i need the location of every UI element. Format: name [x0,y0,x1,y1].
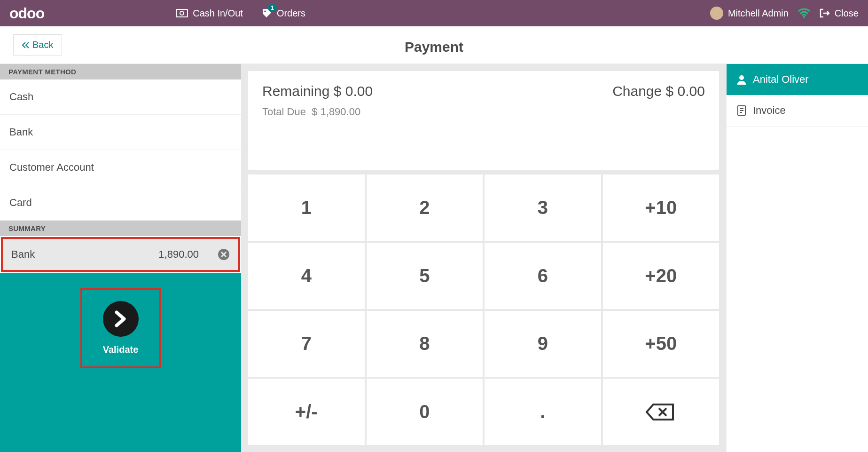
numpad-5[interactable]: 5 [367,243,483,309]
middle-column: Remaining $ 0.00 Change $ 0.00 Total Due… [241,64,726,452]
svg-point-5 [739,75,744,80]
status-top: Remaining $ 0.00 Change $ 0.00 [262,83,705,99]
payment-method-bank[interactable]: Bank [0,115,241,150]
summary-delete-button[interactable] [218,248,230,261]
orders-button[interactable]: 1 Orders [262,8,305,19]
numpad-9[interactable]: 9 [485,311,601,377]
numpad-7[interactable]: 7 [248,311,365,377]
numpad-1[interactable]: 1 [248,174,365,241]
numpad-dot[interactable]: . [485,379,601,445]
cash-in-out-button[interactable]: Cash In/Out [176,8,243,19]
topbar-actions: Cash In/Out 1 Orders [176,8,305,19]
payment-method-header: PAYMENT METHOD [0,64,241,79]
orders-badge: 1 [268,4,277,12]
total-due: Total Due $ 1,890.00 [262,106,705,118]
numpad-6[interactable]: 6 [485,243,601,309]
svg-rect-0 [176,9,188,17]
svg-point-2 [264,10,266,12]
numpad-sign[interactable]: +/- [248,379,365,445]
change-value: $ 0.00 [666,83,705,99]
page-title: Payment [405,39,463,55]
invoice-label: Invoice [753,104,786,117]
right-column: Anital Oliver Invoice [726,64,868,452]
summary-amount: 1,890.00 [158,248,199,261]
numpad-backspace[interactable] [603,379,719,445]
document-icon [737,105,746,116]
svg-point-1 [180,11,184,15]
content: PAYMENT METHOD Cash Bank Customer Accoun… [0,64,868,452]
summary-header: SUMMARY [0,221,241,236]
user-icon [737,74,746,85]
cash-label: Cash In/Out [193,8,243,19]
user-menu[interactable]: Mitchell Admin [710,7,789,20]
remaining-label: Remaining [262,83,329,99]
wifi-icon [798,8,810,18]
numpad-2[interactable]: 2 [367,174,483,241]
numpad-plus20[interactable]: +20 [603,243,719,309]
cash-icon [176,9,188,17]
numpad-8[interactable]: 8 [367,311,483,377]
close-label: Close [835,8,859,19]
change: Change $ 0.00 [612,83,705,99]
status-card: Remaining $ 0.00 Change $ 0.00 Total Due… [248,71,719,170]
numpad-plus50[interactable]: +50 [603,311,719,377]
summary-method: Bank [11,248,35,261]
payment-method-cash[interactable]: Cash [0,79,241,115]
sub-header: Back Payment [0,26,868,64]
numpad: 1 2 3 +10 4 5 6 +20 7 8 9 +50 +/- 0 . [248,174,719,445]
payment-method-card[interactable]: Card [0,185,241,221]
backspace-icon [646,403,676,421]
close-button[interactable]: Close [820,8,859,19]
change-label: Change [612,83,662,99]
due-label: Total Due [262,106,306,118]
svg-point-3 [803,16,805,18]
summary-line[interactable]: Bank 1,890.00 [1,237,240,272]
avatar [710,7,723,20]
numpad-3[interactable]: 3 [485,174,601,241]
user-name: Mitchell Admin [728,8,789,19]
remaining: Remaining $ 0.00 [262,83,373,99]
numpad-4[interactable]: 4 [248,243,365,309]
chevron-right-icon [114,310,128,327]
numpad-0[interactable]: 0 [367,379,483,445]
odoo-logo: odoo [9,5,44,22]
back-button[interactable]: Back [13,34,62,56]
validate-area: Validate [0,273,241,452]
chevron-left-double-icon [22,42,30,48]
top-bar: odoo Cash In/Out 1 Orders Mitchell Admin… [0,0,868,26]
back-label: Back [32,40,53,50]
validate-button[interactable]: Validate [80,288,161,368]
topbar-right: Mitchell Admin Close [710,7,859,20]
remaining-value: $ 0.00 [334,83,373,99]
validate-circle [103,301,139,337]
validate-label: Validate [103,344,139,355]
due-value: $ 1,890.00 [312,106,360,118]
left-column: PAYMENT METHOD Cash Bank Customer Accoun… [0,64,241,452]
customer-name: Anital Oliver [753,73,809,86]
orders-label: Orders [277,8,305,19]
invoice-button[interactable]: Invoice [727,95,868,127]
customer-button[interactable]: Anital Oliver [727,64,868,95]
numpad-plus10[interactable]: +10 [603,174,719,241]
payment-method-customer-account[interactable]: Customer Account [0,150,241,185]
close-circle-icon [218,248,230,261]
signout-icon [820,8,830,18]
